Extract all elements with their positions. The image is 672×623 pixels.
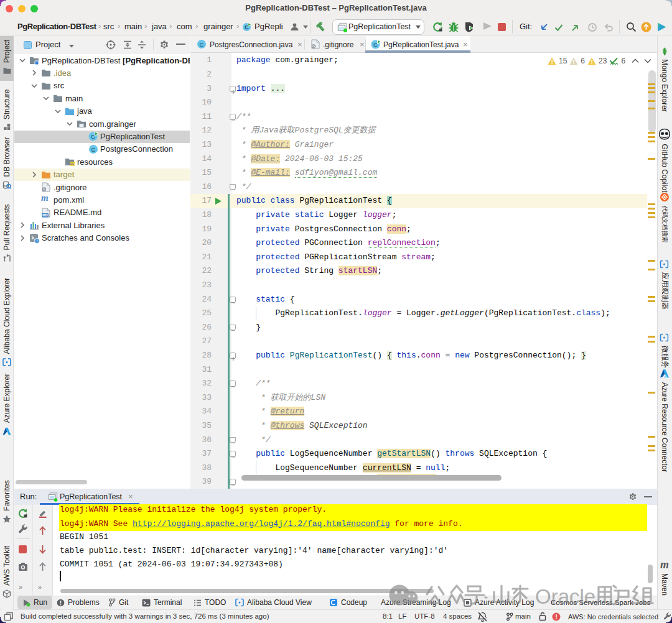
svg-text:MD: MD bbox=[42, 213, 48, 217]
svg-text:C: C bbox=[200, 41, 204, 48]
svg-text:C: C bbox=[91, 146, 96, 153]
svg-text:Oracle: Oracle bbox=[535, 585, 595, 608]
